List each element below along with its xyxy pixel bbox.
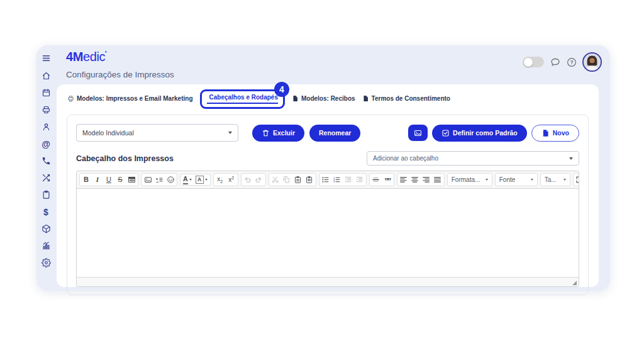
help-icon[interactable]: ? <box>566 57 577 67</box>
align-center-icon[interactable] <box>409 174 421 185</box>
settings-card: Modelo Individual Excluir Renomear <box>67 115 589 295</box>
content-panel: Modelos: Impressos e Email Marketing Cab… <box>57 84 599 287</box>
sidebar-item-phone[interactable] <box>36 152 55 169</box>
theme-toggle[interactable] <box>523 57 544 67</box>
copy-icon[interactable] <box>281 174 292 185</box>
svg-text:W: W <box>308 178 311 182</box>
tab-label: Modelos: Recibos <box>301 95 355 102</box>
chevron-down-icon <box>531 179 533 181</box>
file-icon <box>362 95 369 102</box>
tab-label: Cabeçalhos e Rodapés <box>209 94 278 101</box>
package-icon <box>42 224 51 234</box>
editor-content-area[interactable] <box>77 189 579 277</box>
table-icon[interactable] <box>126 174 137 185</box>
blockquote-icon[interactable]: ”” <box>382 174 393 185</box>
image-icon[interactable] <box>142 174 153 185</box>
svg-text:3: 3 <box>334 180 336 183</box>
model-select[interactable]: Modelo Individual <box>76 124 238 142</box>
tab-modelos-recibos[interactable]: Modelos: Recibos <box>292 91 355 102</box>
undo-icon[interactable] <box>242 174 253 185</box>
tab-modelos-impressos[interactable]: Modelos: Impressos e Email Marketing <box>67 91 193 102</box>
background-color-icon[interactable]: A <box>194 176 209 184</box>
printer-icon <box>67 95 74 102</box>
menu-icon[interactable] <box>36 51 55 65</box>
sidebar: @ $ <box>36 45 55 291</box>
chat-icon[interactable] <box>550 57 560 67</box>
underline-icon[interactable]: U <box>103 174 114 185</box>
tab-bar: Modelos: Impressos e Email Marketing Cab… <box>57 84 599 109</box>
avatar[interactable] <box>582 52 602 72</box>
justify-icon[interactable] <box>432 174 443 185</box>
trash-icon <box>262 129 270 137</box>
paste-from-word-icon[interactable]: W <box>304 174 315 185</box>
stats-icon <box>42 241 51 251</box>
sidebar-item-calendar[interactable] <box>36 84 55 101</box>
align-left-icon[interactable] <box>398 174 409 185</box>
file-icon <box>541 129 550 137</box>
svg-text:?: ? <box>570 59 573 65</box>
printer-icon <box>42 105 51 115</box>
paste-icon[interactable] <box>292 174 304 185</box>
tab-cabecalhos-rodapes[interactable]: Cabeçalhos e Rodapés 4 <box>200 89 285 109</box>
rename-button[interactable]: Renomear <box>309 125 360 142</box>
image-button[interactable] <box>408 125 428 141</box>
annotation-badge: 4 <box>274 82 289 97</box>
format-dropdown[interactable]: Formata... <box>447 173 492 186</box>
image-icon <box>414 129 422 137</box>
sidebar-item-clipboard[interactable] <box>36 186 55 203</box>
align-right-icon[interactable] <box>421 174 432 185</box>
calendar-icon <box>42 88 51 98</box>
maximize-icon[interactable] <box>574 174 579 185</box>
chevron-down-icon <box>228 132 232 134</box>
horizontal-rule-icon[interactable] <box>370 174 382 185</box>
delete-button[interactable]: Excluir <box>252 125 304 142</box>
set-default-button[interactable]: Definir como Padrão <box>432 125 527 142</box>
tab-termos-consentimento[interactable]: Termos de Consentimento <box>362 91 450 102</box>
indent-icon[interactable] <box>354 174 365 185</box>
numbered-list-icon[interactable]: 123 <box>331 174 343 185</box>
strikethrough-icon[interactable]: S <box>114 174 126 185</box>
sidebar-item-home[interactable] <box>36 67 55 84</box>
app-logo: 4Medic' <box>66 50 106 64</box>
outdent-icon[interactable] <box>343 174 354 185</box>
tab-label: Modelos: Impressos e Email Marketing <box>77 95 193 102</box>
redo-icon[interactable] <box>253 174 265 185</box>
at-sign-icon: @ <box>42 140 50 149</box>
chevron-down-icon <box>486 179 488 181</box>
bulleted-list-icon[interactable] <box>320 174 331 185</box>
user-icon <box>42 122 51 132</box>
chevron-down-icon <box>564 179 566 181</box>
size-dropdown[interactable]: Ta... <box>540 173 570 186</box>
cut-icon[interactable] <box>270 174 281 185</box>
smiley-icon[interactable] <box>165 174 176 185</box>
editor-status-bar <box>77 277 579 286</box>
sidebar-item-billing[interactable]: $ <box>36 203 55 220</box>
dollar-icon: $ <box>43 208 48 217</box>
shuffle-icon <box>42 173 51 183</box>
chevron-down-icon <box>569 157 573 160</box>
sidebar-item-integrations[interactable] <box>36 169 55 186</box>
sidebar-item-email[interactable]: @ <box>36 135 55 152</box>
sidebar-item-reports[interactable] <box>36 237 55 254</box>
superscript-icon[interactable]: x2 <box>226 174 237 185</box>
add-to-header-select[interactable]: Adicionar ao cabeçalho <box>367 151 579 166</box>
home-icon <box>42 71 51 81</box>
page-title: Configurações de Impressos <box>66 70 174 79</box>
app-window: @ $ 4Medic' ? Configurações de Impressos… <box>36 45 610 291</box>
subscript-icon[interactable]: x2 <box>214 174 226 185</box>
phone-icon <box>42 156 51 166</box>
resize-handle-icon[interactable] <box>572 281 577 285</box>
font-dropdown[interactable]: Fonte <box>495 173 538 186</box>
insert-template-icon[interactable] <box>153 174 165 185</box>
sidebar-item-inventory[interactable] <box>36 220 55 237</box>
italic-icon[interactable]: I <box>92 174 103 185</box>
sidebar-item-patients[interactable] <box>36 118 55 135</box>
clipboard-icon <box>42 190 51 200</box>
bold-icon[interactable]: B <box>80 174 92 185</box>
new-button[interactable]: Novo <box>531 125 579 142</box>
sidebar-item-settings[interactable] <box>36 254 55 271</box>
tab-label: Termos de Consentimento <box>372 95 450 102</box>
rich-text-editor: B I U S A A <box>76 171 579 287</box>
sidebar-item-printer[interactable] <box>36 101 55 118</box>
text-color-icon[interactable]: A <box>181 175 194 184</box>
